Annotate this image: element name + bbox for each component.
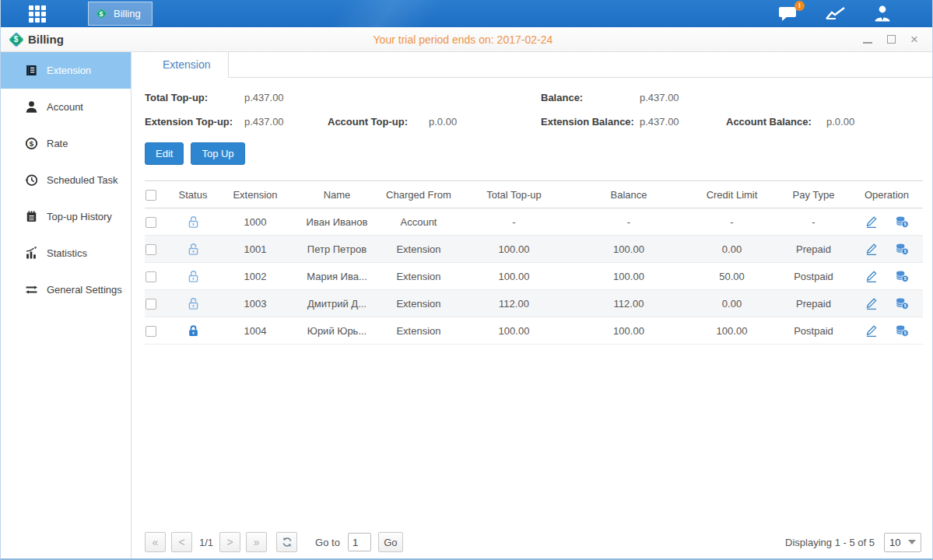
cell-extension: 1001 xyxy=(216,236,294,263)
cell-total-topup: 100.00 xyxy=(458,317,570,345)
person-icon xyxy=(25,100,38,114)
window-title-bar: $ Billing Your trial period ends on: 201… xyxy=(1,27,932,52)
cell-charged-from: Extension xyxy=(380,263,458,290)
cell-pay-type: Prepaid xyxy=(777,290,851,317)
go-button[interactable]: Go xyxy=(378,532,403,552)
total-topup-value: p.437.00 xyxy=(244,92,284,103)
statistics-monitor-button[interactable] xyxy=(825,6,847,22)
main-content: Extension Total Top-up: p.437.00 Extensi… xyxy=(132,52,932,558)
go-to-label: Go to xyxy=(315,537,340,548)
row-checkbox[interactable] xyxy=(146,271,156,282)
cell-extension: 1004 xyxy=(216,317,294,345)
balance-label: Balance: xyxy=(541,92,640,103)
cell-credit-limit: - xyxy=(687,208,777,236)
app-launcher-grid-icon[interactable] xyxy=(29,5,55,23)
cell-charged-from: Account xyxy=(380,208,458,236)
page-size-select[interactable]: 10 xyxy=(884,533,921,552)
edit-row-icon[interactable] xyxy=(865,296,879,310)
sidebar-item-account[interactable]: Account xyxy=(1,89,131,125)
cell-extension: 1000 xyxy=(216,208,294,236)
table-body: 1000 Иван Иванов Account - - - - $ xyxy=(145,208,923,345)
top-up-row-icon[interactable]: $ xyxy=(895,324,909,338)
extension-topup-value: p.437.00 xyxy=(244,116,328,128)
cell-balance: 100.00 xyxy=(570,317,687,345)
cell-name: Юрий Юрь... xyxy=(294,317,380,345)
sidebar-item-scheduled-task[interactable]: Scheduled Task xyxy=(1,162,131,198)
first-page-button[interactable]: « xyxy=(145,532,166,552)
prev-page-button[interactable]: < xyxy=(171,532,192,552)
balance-summary: Total Top-up: p.437.00 Extension Top-up:… xyxy=(145,78,921,130)
cell-balance: 100.00 xyxy=(570,236,687,263)
cell-total-topup: - xyxy=(458,208,570,236)
sidebar-item-label: General Settings xyxy=(47,284,122,296)
cell-extension: 1002 xyxy=(216,263,294,290)
cell-balance: 100.00 xyxy=(570,263,687,290)
table-row[interactable]: 1000 Иван Иванов Account - - - - $ xyxy=(145,208,923,236)
sidebar-item-label: Statistics xyxy=(47,247,87,259)
sidebar-item-general-settings[interactable]: General Settings xyxy=(1,271,131,308)
go-to-page-input[interactable] xyxy=(348,533,371,551)
top-up-row-icon[interactable]: $ xyxy=(895,215,909,229)
pagination-bar: « < 1/1 > » Go to Go Displaying xyxy=(145,532,921,554)
close-button[interactable]: × xyxy=(909,34,920,45)
edit-row-icon[interactable] xyxy=(865,215,879,229)
row-checkbox[interactable] xyxy=(146,299,156,310)
window-title: Billing xyxy=(28,33,64,46)
column-header-total-topup: Total Top-up xyxy=(458,181,570,208)
table-header-row: Status Extension Name Charged From Total… xyxy=(145,181,923,208)
billing-app-tab[interactable]: $ Billing xyxy=(88,2,153,26)
table-row[interactable]: 1004 Юрий Юрь... Extension 100.00 100.00… xyxy=(145,317,923,345)
column-header-status: Status xyxy=(170,181,216,208)
column-header-credit-limit: Credit Limit xyxy=(687,181,777,208)
edit-row-icon[interactable] xyxy=(865,242,879,256)
tab-extension[interactable]: Extension xyxy=(145,52,229,78)
edit-row-icon[interactable] xyxy=(865,269,879,283)
column-header-name: Name xyxy=(294,181,380,208)
column-header-pay-type: Pay Type xyxy=(777,181,851,208)
sidebar-item-extension[interactable]: Extension xyxy=(1,52,131,89)
trial-notice: Your trial period ends on: 2017-02-24 xyxy=(374,27,553,52)
extension-topup-label: Extension Top-up: xyxy=(145,116,244,128)
notepad-icon xyxy=(25,210,38,223)
cell-credit-limit: 100.00 xyxy=(687,317,777,345)
edit-button[interactable]: Edit xyxy=(145,142,184,165)
table-row[interactable]: 1002 Мария Ива... Extension 100.00 100.0… xyxy=(145,263,923,290)
chevron-down-icon xyxy=(908,540,916,544)
user-account-button[interactable] xyxy=(873,5,892,22)
sidebar-item-rate[interactable]: $ Rate xyxy=(1,125,131,162)
total-topup-label: Total Top-up: xyxy=(145,92,244,103)
lock-open-icon xyxy=(187,297,200,310)
last-page-button[interactable]: » xyxy=(246,532,267,552)
cell-balance: 112.00 xyxy=(570,290,687,317)
extension-balance-label: Extension Balance: xyxy=(541,116,640,128)
top-up-button[interactable]: Top Up xyxy=(191,142,244,165)
top-up-row-icon[interactable]: $ xyxy=(895,269,909,283)
sidebar-item-statistics[interactable]: Statistics xyxy=(1,235,131,271)
maximize-button[interactable] xyxy=(886,34,896,45)
lock-open-icon xyxy=(187,243,200,256)
table-row[interactable]: 1003 Дмитрий Д... Extension 112.00 112.0… xyxy=(145,290,923,317)
history-clock-icon xyxy=(25,173,38,187)
top-up-row-icon[interactable]: $ xyxy=(895,242,909,256)
lock-open-icon xyxy=(187,215,200,229)
lock-closed-icon xyxy=(187,324,200,338)
sidebar-item-label: Scheduled Task xyxy=(47,174,118,186)
sidebar-item-topup-history[interactable]: Top-up History xyxy=(1,198,131,235)
edit-row-icon[interactable] xyxy=(865,324,879,338)
table-row[interactable]: 1001 Петр Петров Extension 100.00 100.00… xyxy=(145,236,923,263)
refresh-button[interactable] xyxy=(276,532,297,552)
top-up-row-icon[interactable]: $ xyxy=(895,296,909,310)
cell-total-topup: 100.00 xyxy=(458,263,570,290)
cell-name: Петр Петров xyxy=(294,236,380,263)
select-all-checkbox[interactable] xyxy=(146,190,156,201)
account-balance-label: Account Balance: xyxy=(726,116,826,128)
minimize-button[interactable] xyxy=(862,34,873,45)
row-checkbox[interactable] xyxy=(146,326,156,337)
notifications-button[interactable]: ! xyxy=(778,5,798,23)
bar-chart-icon xyxy=(25,247,38,260)
row-checkbox[interactable] xyxy=(146,217,156,228)
extension-balance-value: p.437.00 xyxy=(640,116,726,128)
next-page-button[interactable]: > xyxy=(219,532,240,552)
row-checkbox[interactable] xyxy=(146,244,156,255)
cell-charged-from: Extension xyxy=(380,317,458,345)
